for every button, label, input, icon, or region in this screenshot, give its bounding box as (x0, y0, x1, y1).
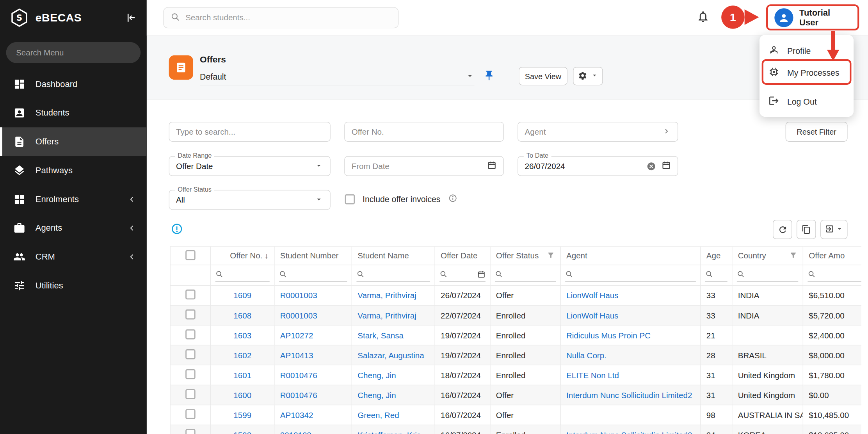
from-date-input[interactable] (352, 162, 487, 171)
save-view-button[interactable]: Save View (519, 67, 567, 85)
text-search-input[interactable] (176, 127, 323, 136)
offer-no-column-filter[interactable] (211, 265, 274, 285)
country-column-filter[interactable] (732, 265, 803, 285)
to-date-value[interactable]: 26/07/2024 (525, 162, 647, 171)
student-number-cell[interactable]: R0001003 (274, 285, 352, 305)
offer-status-cell: Enrolled (490, 305, 560, 325)
agent-cell[interactable]: Interdum Nunc Sollicitudin Limited2 (560, 425, 701, 434)
sidebar-item-dashboard[interactable]: Dashboard (0, 70, 147, 99)
offer-date-column-filter[interactable] (435, 265, 490, 285)
calendar-icon[interactable] (477, 270, 486, 280)
sidebar-item-enrolments[interactable]: Enrolments (0, 185, 147, 214)
row-checkbox[interactable] (185, 409, 196, 419)
filter-funnel-icon[interactable] (790, 251, 797, 260)
include-invoices-checkbox[interactable] (345, 194, 355, 204)
row-checkbox[interactable] (185, 389, 196, 399)
student-number-cell[interactable]: AP10272 (274, 325, 352, 345)
col-age[interactable]: Age (701, 247, 732, 265)
student-number-cell[interactable]: AP10342 (274, 405, 352, 425)
menu-item-profile[interactable]: Profile (760, 39, 854, 62)
offer-no-cell[interactable]: 1601 (211, 365, 274, 385)
student-search-input[interactable] (185, 13, 391, 22)
sidebar-item-pathways[interactable]: Pathways (0, 156, 147, 185)
row-checkbox[interactable] (185, 290, 196, 300)
row-checkbox[interactable] (185, 429, 196, 434)
offer-no-input[interactable] (352, 127, 497, 136)
student-name-cell[interactable]: Stark, Sansa (352, 325, 435, 345)
col-offer-amount[interactable]: Offer Amo (803, 247, 861, 265)
agent-cell[interactable]: Nulla Corp. (560, 345, 701, 365)
student-name-cell[interactable]: Varma, Prithviraj (352, 305, 435, 325)
chevron-right-icon (662, 126, 671, 137)
row-checkbox[interactable] (185, 309, 196, 320)
col-student-name[interactable]: Student Name (352, 247, 435, 265)
student-name-cell[interactable]: Salazar, Augustina (352, 345, 435, 365)
sidebar-item-offers[interactable]: Offers (0, 127, 147, 156)
student-number-cell[interactable]: R0001003 (274, 305, 352, 325)
notifications-bell-icon[interactable] (696, 10, 710, 26)
view-select[interactable]: Default (200, 69, 475, 85)
sidebar-collapse-icon[interactable] (123, 11, 138, 25)
student-number-cell[interactable]: 2018108 (274, 425, 352, 434)
sidebar-item-utilities[interactable]: Utilities (0, 271, 147, 300)
calendar-icon[interactable] (662, 160, 671, 171)
row-checkbox[interactable] (185, 349, 196, 359)
agent-cell[interactable]: Ridiculus Mus Proin PC (560, 325, 701, 345)
col-student-number[interactable]: Student Number (274, 247, 352, 265)
clear-icon[interactable] (647, 161, 656, 171)
agent-cell[interactable]: Interdum Nunc Sollicitudin Limited2 (560, 385, 701, 405)
select-all-checkbox[interactable] (185, 250, 196, 260)
student-name-cell[interactable]: Cheng, Jin (352, 385, 435, 405)
col-offer-no[interactable]: Offer No.↓ (211, 247, 274, 265)
copy-button[interactable] (797, 220, 816, 239)
offer-no-cell[interactable]: 1600 (211, 385, 274, 405)
sidebar-item-crm[interactable]: CRM (0, 242, 147, 271)
calendar-icon[interactable] (487, 160, 496, 171)
offer-no-cell[interactable]: 1608 (211, 305, 274, 325)
settings-gear-button[interactable] (573, 67, 603, 85)
sidebar-item-agents[interactable]: Agents (0, 213, 147, 242)
offer-no-cell[interactable]: 1598 (211, 425, 274, 434)
alert-info-icon[interactable] (171, 223, 183, 237)
col-offer-date[interactable]: Offer Date (435, 247, 490, 265)
student-name-column-filter[interactable] (352, 265, 435, 285)
user-menu-button[interactable]: Tutorial User (766, 4, 859, 30)
offer-no-cell[interactable]: 1603 (211, 325, 274, 345)
student-number-cell[interactable]: AP10413 (274, 345, 352, 365)
col-country[interactable]: Country (732, 247, 803, 265)
menu-item-my-processes[interactable]: My Processes (760, 61, 854, 84)
date-range-select[interactable]: Date Range Offer Date (169, 156, 331, 176)
agent-cell[interactable] (560, 405, 701, 425)
sidebar-item-students[interactable]: Students (0, 98, 147, 127)
col-offer-status[interactable]: Offer Status (490, 247, 560, 265)
agent-select[interactable]: Agent (518, 122, 678, 142)
offer-no-cell[interactable]: 1602 (211, 345, 274, 365)
reset-filter-button[interactable]: Reset Filter (786, 122, 848, 142)
offer-status-select[interactable]: Offer Status All (169, 190, 331, 210)
student-name-cell[interactable]: Kristofferson, Kris (352, 425, 435, 434)
menu-item-log-out[interactable]: Log Out (760, 90, 854, 112)
student-name-cell[interactable]: Varma, Prithviraj (352, 285, 435, 305)
student-number-cell[interactable]: R0010476 (274, 385, 352, 405)
offer-no-cell[interactable]: 1599 (211, 405, 274, 425)
menu-search-input[interactable] (6, 42, 141, 63)
age-column-filter[interactable] (701, 265, 732, 285)
agent-column-filter[interactable] (560, 265, 701, 285)
filter-funnel-icon[interactable] (547, 251, 555, 260)
refresh-button[interactable] (773, 220, 792, 239)
agent-cell[interactable]: LionWolf Haus (560, 285, 701, 305)
pin-icon[interactable] (483, 70, 495, 84)
offer-amount-column-filter[interactable] (803, 265, 861, 285)
col-agent[interactable]: Agent (560, 247, 701, 265)
offer-status-column-filter[interactable] (490, 265, 560, 285)
row-checkbox[interactable] (185, 329, 196, 340)
student-number-column-filter[interactable] (274, 265, 352, 285)
agent-cell[interactable]: ELITE Non Ltd (560, 365, 701, 385)
student-name-cell[interactable]: Cheng, Jin (352, 365, 435, 385)
row-checkbox[interactable] (185, 369, 196, 379)
export-button[interactable] (820, 220, 848, 239)
student-name-cell[interactable]: Green, Red (352, 405, 435, 425)
agent-cell[interactable]: LionWolf Haus (560, 305, 701, 325)
student-number-cell[interactable]: R0010476 (274, 365, 352, 385)
offer-no-cell[interactable]: 1609 (211, 285, 274, 305)
